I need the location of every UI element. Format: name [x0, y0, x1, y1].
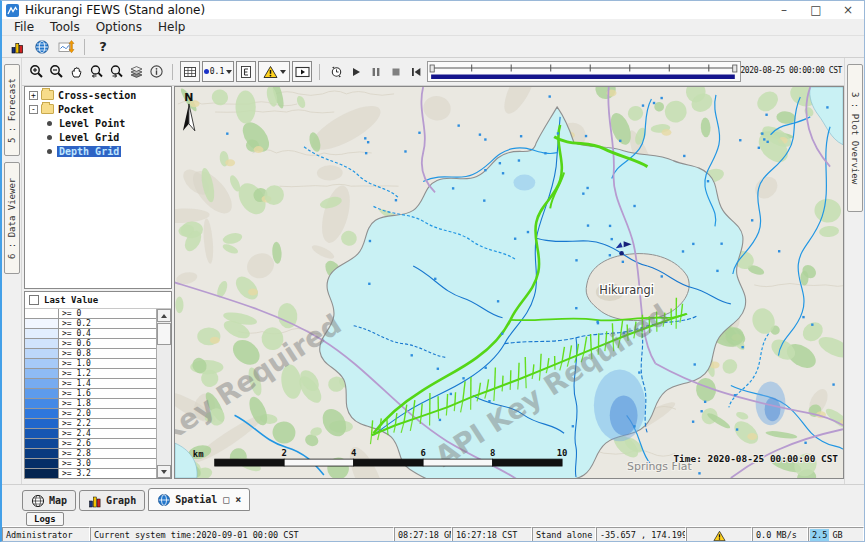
tree-leaf-level-point[interactable]: Level Point — [25, 117, 171, 129]
scroll-up-button[interactable] — [157, 309, 171, 322]
movie-icon — [295, 65, 310, 79]
threshold-dropdown[interactable]: 0.1 — [202, 61, 234, 82]
bar-chart-icon — [10, 39, 26, 55]
warning-icon — [713, 530, 726, 542]
clock-icon — [329, 64, 344, 79]
bottom-dock: Map Graph Spatial □ × — [2, 484, 864, 526]
logs-button[interactable]: Logs — [26, 512, 64, 526]
svg-text:km: km — [193, 449, 204, 459]
timeline-slider[interactable] — [427, 61, 741, 82]
legend-row[interactable]: >= 1.8 — [25, 399, 156, 409]
timeline-track — [428, 62, 740, 81]
legend-scrollbar[interactable] — [156, 309, 171, 478]
logs-row: Logs — [2, 511, 864, 527]
maximize-button[interactable]: □ — [800, 1, 832, 19]
zoom-out-button[interactable] — [46, 61, 66, 82]
zoom-previous-button[interactable] — [86, 61, 106, 82]
scroll-down-button[interactable] — [157, 465, 171, 478]
warning-icon — [263, 65, 278, 79]
tree-leaf-level-grid[interactable]: Level Grid — [25, 131, 171, 143]
legend-row[interactable]: >= 1.2 — [25, 369, 156, 379]
legend-row-label: >= 0.8 — [59, 349, 156, 358]
grid-display-button[interactable] — [180, 61, 200, 82]
stop-button[interactable] — [386, 61, 406, 82]
legend-color-swatch — [25, 409, 59, 418]
legend-row[interactable]: >= 0 — [25, 309, 156, 319]
close-button[interactable]: × — [832, 1, 864, 19]
legend-row[interactable]: >= 1.0 — [25, 359, 156, 369]
collapse-icon[interactable]: - — [29, 105, 38, 114]
tab-close-icon[interactable]: × — [235, 494, 241, 505]
info-button[interactable] — [146, 61, 166, 82]
legend-row-label: >= 1.8 — [59, 399, 156, 408]
legend-row[interactable]: >= 3.2 — [25, 469, 156, 478]
labels-button[interactable] — [236, 61, 256, 82]
layers-button[interactable] — [126, 61, 146, 82]
map-viewport[interactable]: API Key Required API Key Required Hikura… — [174, 86, 844, 479]
tree-node-cross-section[interactable]: + Cross-section — [25, 89, 171, 101]
map-time-label: Time: 2020-08-25 00:00:00 CST — [673, 453, 838, 464]
skip-to-start-icon — [409, 65, 423, 79]
tree-leaf-label-selected: Depth Grid — [57, 146, 121, 157]
menu-options[interactable]: Options — [88, 19, 150, 35]
expand-icon[interactable]: + — [29, 91, 38, 100]
legend-row[interactable]: >= 0.8 — [25, 349, 156, 359]
tab-spatial[interactable]: Spatial □ × — [148, 488, 250, 511]
legend-row-label: >= 2.2 — [59, 419, 156, 428]
play-button[interactable] — [346, 61, 366, 82]
label-e-icon — [239, 65, 253, 79]
status-warning[interactable] — [686, 527, 752, 542]
data-display-button[interactable] — [6, 37, 30, 57]
step-back-button[interactable] — [406, 61, 426, 82]
menu-help[interactable]: Help — [150, 19, 193, 35]
menu-tools[interactable]: Tools — [42, 19, 88, 35]
menu-file[interactable]: File — [6, 19, 42, 35]
animation-button[interactable] — [292, 61, 312, 82]
legend-row-label: >= 1.4 — [59, 379, 156, 388]
legend-row[interactable]: >= 0.4 — [25, 329, 156, 339]
chevron-down-icon — [226, 70, 232, 74]
tab-restore-icon[interactable]: □ — [223, 494, 229, 505]
zoom-next-button[interactable] — [106, 61, 126, 82]
pan-button[interactable] — [66, 61, 86, 82]
zoom-in-button[interactable] — [26, 61, 46, 82]
database-viewer-button[interactable] — [54, 37, 78, 57]
legend-row[interactable]: >= 2.0 — [25, 409, 156, 419]
legend-color-swatch — [25, 379, 59, 388]
info-icon — [149, 64, 164, 79]
legend-color-swatch — [25, 329, 59, 338]
tree-leaf-depth-grid[interactable]: Depth Grid — [25, 145, 171, 157]
play-icon — [349, 65, 363, 79]
tab-map-label: Map — [49, 495, 67, 506]
spatial-display-button[interactable] — [30, 37, 54, 57]
zoom-previous-icon — [89, 64, 104, 79]
legend-color-swatch — [25, 459, 59, 468]
legend-row[interactable]: >= 1.6 — [25, 389, 156, 399]
scroll-thumb[interactable] — [157, 323, 171, 345]
minimize-button[interactable]: – — [768, 1, 800, 19]
tab-plot-overview[interactable]: 3 : Plot Overview — [847, 64, 863, 212]
legend-row[interactable]: >= 2.8 — [25, 449, 156, 459]
animation-settings-button[interactable] — [326, 61, 346, 82]
legend-row[interactable]: >= 0.6 — [25, 339, 156, 349]
help-button[interactable]: ? — [91, 37, 115, 57]
tab-forecast[interactable]: 5 : Forecast — [4, 64, 20, 156]
legend-row[interactable]: >= 2.2 — [25, 419, 156, 429]
legend-row[interactable]: >= 3.0 — [25, 459, 156, 469]
tab-map[interactable]: Map — [22, 490, 76, 511]
pause-button[interactable] — [366, 61, 386, 82]
last-value-checkbox[interactable] — [29, 295, 39, 305]
legend-row[interactable]: >= 2.4 — [25, 429, 156, 439]
timeline-datetime: 2020-08-25 00:00:00 CST — [740, 66, 842, 75]
tab-data-viewer[interactable]: 6 : Data Viewer — [4, 162, 20, 274]
bar-chart-icon — [88, 494, 102, 508]
warnings-dropdown[interactable] — [258, 61, 290, 82]
map-canvas[interactable]: API Key Required API Key Required Hikura… — [175, 87, 843, 478]
legend-row-label: >= 0.2 — [59, 319, 156, 328]
tree-node-pocket[interactable]: - Pocket — [25, 103, 171, 115]
legend-row[interactable]: >= 0.2 — [25, 319, 156, 329]
app-logo-icon — [6, 4, 19, 17]
legend-row[interactable]: >= 1.4 — [25, 379, 156, 389]
tab-graph[interactable]: Graph — [79, 490, 145, 511]
legend-row[interactable]: >= 2.6 — [25, 439, 156, 449]
